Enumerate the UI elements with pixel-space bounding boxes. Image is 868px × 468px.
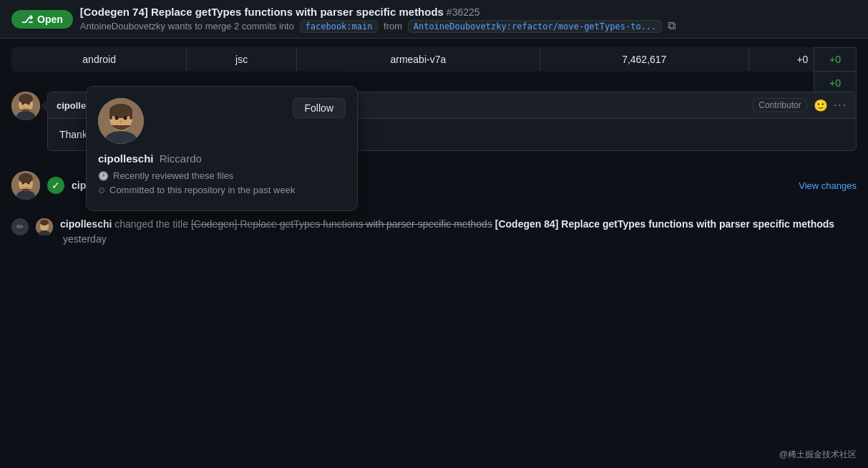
tooltip-meta-commit: ⊙ Committed to this repository in the pa… [98, 185, 346, 195]
base-branch[interactable]: facebook:main [300, 20, 379, 33]
tooltip-fullname: Riccardo [160, 152, 202, 165]
title-change-action: changed the title [114, 218, 188, 230]
comment-header-right: Contributor 🙂 ··· [752, 98, 847, 112]
engine-cell: jsc [187, 48, 297, 72]
table-section: android jsc armeabi-v7a 7,462,617 +0 +0 … [11, 47, 857, 72]
delta-cell: +0 [748, 48, 856, 72]
title-change-avatar [36, 218, 53, 235]
tooltip-meta-review: 🕐 Recently reviewed these files [98, 170, 346, 181]
pr-number: #36225 [447, 6, 480, 18]
diff-table: android jsc armeabi-v7a 7,462,617 +0 [11, 47, 857, 72]
svg-point-19 [28, 182, 30, 185]
title-change-time: yesterday [63, 233, 107, 245]
svg-point-7 [120, 120, 122, 124]
more-button[interactable]: ··· [834, 99, 847, 112]
commenter-avatar [11, 92, 40, 120]
meta-text: AntoineDoubovetzky wants to merge 2 comm… [80, 21, 294, 31]
platform-cell: android [12, 48, 187, 72]
size-cell: 7,462,617 [540, 48, 748, 72]
tooltip-meta-commit-text: Committed to this repository in the past… [109, 185, 295, 195]
user-tooltip: Follow cipolleschi Riccardo 🕐 Recently r… [86, 86, 358, 211]
commit-icon: ⊙ [98, 185, 105, 195]
clock-icon: 🕐 [98, 171, 109, 181]
svg-rect-3 [109, 111, 112, 120]
head-branch[interactable]: AntoineDoubovetzky:refactor/move-getType… [408, 20, 663, 33]
comment-arrow-inner [42, 100, 48, 112]
arch-cell: armeabi-v7a [296, 48, 540, 72]
pr-title: [Codegen 74] Replace getTypes functions … [80, 6, 444, 18]
emoji-button[interactable]: 🙂 [814, 99, 828, 112]
table-row: android jsc armeabi-v7a 7,462,617 +0 [12, 48, 857, 72]
copy-icon[interactable]: ⧉ [668, 19, 676, 31]
check-circle: ✓ [47, 177, 64, 194]
open-badge: ⎇ Open [11, 10, 73, 29]
tooltip-username-link[interactable]: cipolleschi [98, 152, 154, 165]
svg-point-6 [124, 117, 127, 120]
svg-point-12 [22, 103, 24, 105]
pencil-circle: ✏ [11, 218, 29, 235]
svg-point-17 [19, 173, 33, 183]
follow-button[interactable]: Follow [293, 98, 346, 118]
svg-point-23 [40, 220, 49, 225]
svg-point-18 [22, 182, 24, 185]
svg-point-2 [109, 104, 132, 118]
approval-spacer [11, 171, 40, 200]
svg-rect-4 [130, 111, 132, 120]
view-changes-link[interactable]: View changes [799, 180, 857, 191]
tooltip-meta: 🕐 Recently reviewed these files ⊙ Commit… [98, 170, 346, 195]
title-change-text: cipolleschi changed the title [Codegen] … [60, 217, 857, 247]
from-text: from [384, 21, 402, 31]
contributor-badge: Contributor [752, 98, 807, 112]
pr-header: ⎇ Open [Codegen 74] Replace getTypes fun… [0, 0, 868, 39]
tooltip-header: Follow [98, 98, 346, 144]
tooltip-meta-review-text: Recently reviewed these files [113, 170, 233, 181]
open-label: Open [37, 14, 63, 25]
svg-point-11 [19, 94, 33, 104]
pr-meta: AntoineDoubovetzky wants to merge 2 comm… [80, 19, 857, 32]
svg-point-5 [115, 117, 119, 120]
old-title: [Codegen] Replace getTypes functions wit… [191, 218, 492, 230]
watermark: @稀土掘金技术社区 [779, 449, 857, 461]
approver-avatar [11, 171, 40, 200]
title-change-section: ✏ cipolleschi changed the title [Codegen… [0, 211, 868, 253]
new-title: [Codegen 84] Replace getTypes functions … [495, 218, 834, 230]
tooltip-avatar [98, 98, 144, 144]
title-changer-link[interactable]: cipolleschi [60, 218, 112, 230]
tooltip-username: cipolleschi Riccardo [98, 152, 346, 165]
svg-point-13 [28, 103, 30, 105]
open-icon: ⎇ [21, 14, 33, 25]
